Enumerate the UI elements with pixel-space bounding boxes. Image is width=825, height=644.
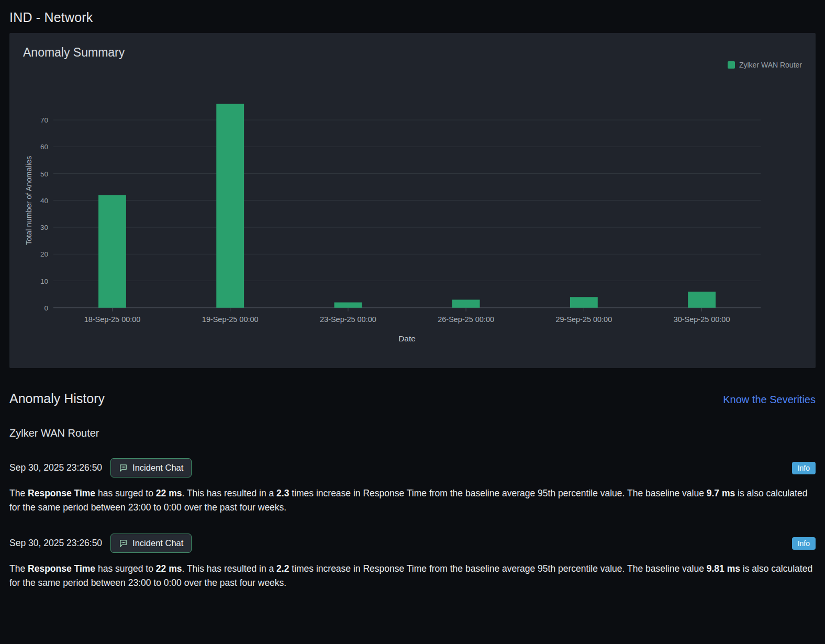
anomaly-entry-header: Sep 30, 2025 23:26:50 Incident Chat Info [9, 534, 816, 553]
know-the-severities-link[interactable]: Know the Severities [723, 394, 816, 406]
anomaly-summary-title: Anomaly Summary [23, 46, 802, 60]
chat-icon [119, 539, 128, 548]
entry-message: The Response Time has surged to 22 ms. T… [9, 562, 816, 590]
incident-chat-button[interactable]: Incident Chat [110, 534, 192, 553]
chat-icon [119, 463, 128, 472]
chart-legend-row: Zylker WAN Router [23, 61, 802, 69]
svg-text:18-Sep-25 00:00: 18-Sep-25 00:00 [84, 315, 141, 324]
anomaly-history-header: Anomaly History Know the Severities [9, 391, 816, 406]
entry-message: The Response Time has surged to 22 ms. T… [9, 486, 816, 515]
svg-text:30-Sep-25 00:00: 30-Sep-25 00:00 [674, 315, 730, 324]
anomaly-history-title: Anomaly History [9, 391, 105, 406]
page-title: IND - Network [9, 0, 816, 33]
severity-badge: Info [792, 537, 816, 550]
svg-text:26-Sep-25 00:00: 26-Sep-25 00:00 [438, 315, 494, 324]
svg-text:60: 60 [40, 143, 48, 151]
svg-text:Total number of Anomalies: Total number of Anomalies [25, 156, 33, 245]
svg-text:50: 50 [40, 170, 48, 178]
anomaly-entry: Sep 30, 2025 23:26:50 Incident Chat Info… [9, 458, 816, 515]
svg-text:30: 30 [40, 224, 48, 231]
incident-chat-button[interactable]: Incident Chat [110, 458, 192, 478]
entry-timestamp: Sep 30, 2025 23:26:50 [9, 538, 102, 549]
svg-text:0: 0 [44, 304, 48, 312]
entry-timestamp: Sep 30, 2025 23:26:50 [9, 462, 102, 473]
anomaly-bar-chart: 01020304050607018-Sep-25 00:0019-Sep-25 … [23, 70, 802, 350]
svg-text:Date: Date [398, 334, 416, 343]
svg-text:23-Sep-25 00:00: 23-Sep-25 00:00 [320, 315, 376, 324]
anomaly-entry-header: Sep 30, 2025 23:26:50 Incident Chat Info [9, 458, 816, 478]
svg-text:20: 20 [40, 250, 48, 258]
svg-text:10: 10 [40, 277, 48, 285]
incident-chat-label: Incident Chat [132, 538, 183, 548]
svg-text:19-Sep-25 00:00: 19-Sep-25 00:00 [202, 315, 259, 324]
page: IND - Network Anomaly Summary Zylker WAN… [0, 0, 825, 606]
chart-legend-item[interactable]: Zylker WAN Router [728, 61, 802, 69]
severity-badge: Info [792, 462, 816, 474]
incident-chat-label: Incident Chat [132, 463, 183, 473]
svg-text:29-Sep-25 00:00: 29-Sep-25 00:00 [556, 315, 612, 324]
anomaly-entry-list: Sep 30, 2025 23:26:50 Incident Chat Info… [9, 458, 816, 591]
legend-label: Zylker WAN Router [739, 61, 802, 69]
device-name: Zylker WAN Router [9, 427, 816, 439]
svg-text:40: 40 [40, 197, 48, 205]
anomaly-entry: Sep 30, 2025 23:26:50 Incident Chat Info… [9, 534, 816, 590]
legend-swatch [728, 61, 735, 69]
svg-text:70: 70 [40, 116, 48, 124]
anomaly-summary-panel: Anomaly Summary Zylker WAN Router 010203… [9, 33, 816, 368]
